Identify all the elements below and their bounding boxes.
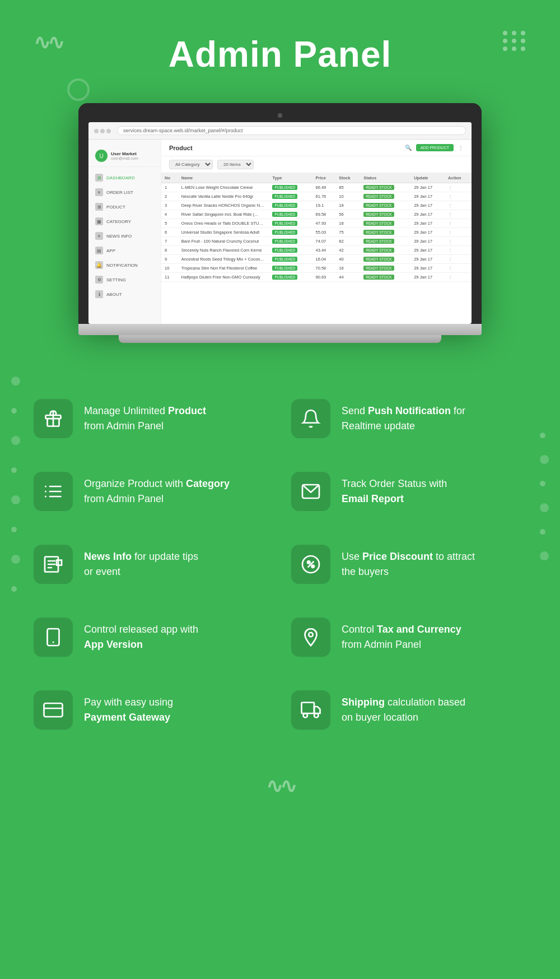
- feature-tax-currency: Control Tax and Currencyfrom Admin Panel: [291, 606, 526, 668]
- laptop-stand: [119, 335, 441, 343]
- col-status: Status: [360, 173, 410, 183]
- feature-email-report: Track Order Status withEmail Report: [291, 461, 526, 522]
- page-title: Admin Panel: [11, 34, 549, 75]
- sidebar-item-product[interactable]: ⊞ PODUCT: [88, 199, 161, 214]
- sidebar-item-setting[interactable]: ⚙ SETTING: [88, 272, 161, 287]
- sidebar-item-news[interactable]: ≡ NEWS INFO: [88, 229, 161, 243]
- bell-icon-box: [291, 399, 330, 438]
- svg-rect-22: [44, 703, 63, 717]
- feature-payment-gateway: Pay with easy usingPayment Gateway: [34, 679, 269, 741]
- gift-icon-box: [34, 399, 73, 438]
- table-row: 8 Sincerely Nuts Ranch Flavored Corn Ker…: [161, 246, 472, 255]
- category-filter[interactable]: All Category: [169, 160, 213, 169]
- list-icon-box: [34, 472, 73, 511]
- feature-category-text: Organize Product with Categoryfrom Admin…: [84, 472, 230, 507]
- money-icon-box: [291, 618, 330, 657]
- sidebar-item-category[interactable]: ▦ CATEGORY: [88, 214, 161, 229]
- browser-url: services.dream-space.web.id/market_panel…: [117, 126, 466, 135]
- more-icon[interactable]: ⋮: [458, 145, 464, 151]
- product-table: No Name Type Price Stock Status Update A…: [161, 173, 472, 282]
- table-row: 9 Ancestral Roots Seed Trilogy Mix + Coc…: [161, 255, 472, 264]
- feature-app-version-text: Control released app withApp Version: [84, 618, 198, 652]
- sidebar-item-dashboard[interactable]: ⊞ DASHBOARD: [88, 170, 161, 185]
- sidebar-item-app[interactable]: ▤ APP: [88, 243, 161, 258]
- category-icon: ▦: [95, 217, 103, 225]
- table-row: 11 Halfpops Gluten Free Non-GMO Curiousl…: [161, 273, 472, 282]
- svg-point-18: [312, 565, 315, 568]
- col-name: Name: [178, 173, 269, 183]
- col-action: Action: [445, 173, 472, 183]
- notification-icon: 🔔: [95, 261, 103, 269]
- features-section: Manage Unlimited Productfrom Admin Panel…: [0, 377, 560, 763]
- feature-category: Organize Product with Categoryfrom Admin…: [34, 461, 269, 522]
- feature-app-version: Control released app withApp Version: [34, 606, 269, 668]
- add-product-button[interactable]: ADD PRODUCT: [416, 144, 454, 151]
- browser-dots: [94, 126, 113, 136]
- feature-shipping: Shipping calculation basedon buyer locat…: [291, 679, 526, 741]
- admin-sidebar: U User Market user@mail.com ⊞ DASHBOARD: [88, 140, 161, 324]
- avatar: U: [95, 150, 108, 162]
- feature-price-discount: Use Price Discount to attractthe buyers: [291, 533, 526, 595]
- filter-row: All Category 20 Items: [161, 156, 472, 173]
- sidebar-item-notification[interactable]: 🔔 NOTIFICATION: [88, 258, 161, 272]
- col-type: Type: [269, 173, 312, 183]
- feature-manage-product: Manage Unlimited Productfrom Admin Panel: [34, 388, 269, 449]
- sidebar-username: User Market: [111, 151, 138, 156]
- svg-point-17: [307, 561, 310, 564]
- product-actions: 🔍 ADD PRODUCT ⋮: [405, 144, 464, 151]
- main-content: Product 🔍 ADD PRODUCT ⋮ All Category: [161, 140, 472, 324]
- page-header: ∿∿ Admin Panel: [0, 0, 560, 92]
- table-row: 1 L-MEN Lose Weight Chocolate Cereal PUB…: [161, 183, 472, 192]
- product-panel-title: Product: [169, 145, 193, 151]
- about-icon: ℹ: [95, 290, 103, 298]
- dashboard-icon: ⊞: [95, 174, 103, 182]
- col-stock: Stock: [335, 173, 360, 183]
- table-row: 10 Tropicana Slim Non Fat Fitosterol Cof…: [161, 264, 472, 273]
- table-row: 4 River Safari Singapore incl. Boat Ride…: [161, 210, 472, 219]
- feature-news-info: News Info for update tipsor event: [34, 533, 269, 595]
- svg-point-26: [304, 713, 308, 718]
- phone-icon-box: [34, 618, 73, 657]
- sidebar-item-about[interactable]: ℹ ABOUT: [88, 287, 161, 301]
- laptop-screen: services.dream-space.web.id/market_panel…: [88, 122, 472, 324]
- table-row: 6 Universal Studio Singapore Sentosa Adu…: [161, 228, 472, 237]
- sidebar-item-orders[interactable]: ≡ ORDER LIST: [88, 185, 161, 199]
- col-price: Price: [312, 173, 336, 183]
- product-icon: ⊞: [95, 203, 103, 211]
- items-filter[interactable]: 20 Items: [217, 160, 254, 169]
- feature-price-discount-text: Use Price Discount to attractthe buyers: [342, 545, 475, 579]
- feature-payment-gateway-text: Pay with easy usingPayment Gateway: [84, 690, 173, 725]
- deco-dots-right: [503, 31, 526, 51]
- news-icon: ≡: [95, 232, 103, 240]
- feature-push-notification-text: Send Push Notification forRealtime updat…: [342, 399, 465, 434]
- feature-email-report-text: Track Order Status withEmail Report: [342, 472, 447, 507]
- svg-point-27: [314, 713, 319, 718]
- card-icon-box: [34, 690, 73, 730]
- svg-point-21: [309, 633, 313, 637]
- setting-icon: ⚙: [95, 276, 103, 284]
- table-row: 2 Nescafe Vanilla Latte Nestle Pro 640gr…: [161, 192, 472, 201]
- sidebar-user: U User Market user@mail.com: [88, 145, 161, 167]
- truck-icon-box: [291, 690, 330, 730]
- feature-tax-currency-text: Control Tax and Currencyfrom Admin Panel: [342, 618, 461, 652]
- feature-manage-product-text: Manage Unlimited Productfrom Admin Panel: [84, 399, 206, 434]
- col-no: No: [161, 173, 178, 183]
- right-decorations: [540, 433, 549, 560]
- laptop-camera: [278, 113, 282, 118]
- feature-shipping-text: Shipping calculation basedon buyer locat…: [342, 690, 465, 725]
- features-grid: Manage Unlimited Productfrom Admin Panel…: [34, 388, 526, 741]
- sidebar-email: user@mail.com: [111, 156, 138, 160]
- deco-wave-left: ∿∿: [34, 31, 62, 54]
- svg-marker-25: [314, 707, 320, 713]
- col-update: Update: [410, 173, 445, 183]
- search-icon[interactable]: 🔍: [405, 145, 412, 151]
- bottom-wave-decoration: ∿∿: [0, 763, 560, 809]
- left-decorations: [11, 377, 20, 592]
- feature-push-notification: Send Push Notification forRealtime updat…: [291, 388, 526, 449]
- feature-news-info-text: News Info for update tipsor event: [84, 545, 198, 579]
- table-row: 5 Oreos Oreo Heads or Tails DOUBLE STUF …: [161, 219, 472, 228]
- laptop-mockup: services.dream-space.web.id/market_panel…: [0, 92, 560, 377]
- deco-circle: [67, 78, 90, 101]
- browser-bar: services.dream-space.web.id/market_panel…: [88, 122, 472, 140]
- table-row: 7 Bare Fruit - 100 Natural Crunchy Cocon…: [161, 237, 472, 246]
